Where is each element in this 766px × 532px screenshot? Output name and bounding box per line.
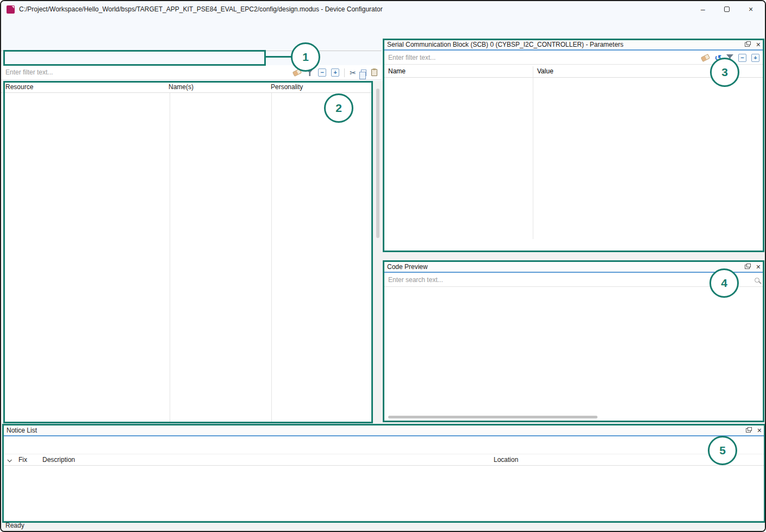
maximize-icon	[724, 7, 730, 12]
copy-icon[interactable]	[361, 70, 366, 76]
close-button[interactable]: ×	[739, 1, 763, 17]
peripherals-filter-row: − + ✂	[1, 65, 382, 80]
code-horizontal-scrollbar[interactable]	[388, 416, 597, 418]
collapse-all-button[interactable]: −	[318, 68, 326, 77]
minimize-button[interactable]: –	[691, 1, 715, 17]
app-icon	[7, 5, 15, 14]
device-configurator-window: C:/Project/Workspace/Hello_World/bsps/TA…	[0, 0, 766, 532]
col-name[interactable]: Name	[384, 67, 533, 75]
parameters-panel-title: Serial Communication Block (SCB) 0 (CYBS…	[387, 41, 624, 48]
notice-list-header: Notice List ×	[3, 425, 765, 436]
col-description[interactable]: Description	[42, 456, 494, 464]
clear-filter-icon[interactable]	[292, 68, 302, 77]
parameters-panel: Serial Communication Block (SCB) 0 (CYBS…	[383, 39, 764, 252]
notice-table-header: Fix Description Location	[3, 454, 765, 466]
sort-chevron-icon[interactable]	[3, 456, 18, 464]
status-text: Ready	[5, 522, 24, 529]
scrollbar-thumb[interactable]	[376, 89, 379, 238]
toolbar-separator	[344, 68, 345, 77]
expand-all-button[interactable]: +	[331, 68, 339, 77]
close-panel-icon[interactable]: ×	[756, 41, 761, 48]
clear-filter-icon[interactable]	[701, 54, 710, 62]
search-icon[interactable]	[755, 278, 759, 283]
col-fix[interactable]: Fix	[18, 456, 42, 464]
parameters-panel-header: Serial Communication Block (SCB) 0 (CYBS…	[384, 39, 764, 51]
col-resource[interactable]: Resource	[1, 83, 165, 91]
window-controls: – ×	[691, 1, 763, 17]
close-panel-icon[interactable]: ×	[756, 263, 761, 271]
float-panel-icon[interactable]	[745, 42, 750, 47]
window-title: C:/Project/Workspace/Hello_World/bsps/TA…	[19, 5, 383, 13]
filter-icon[interactable]	[726, 54, 733, 61]
code-search-input[interactable]	[384, 276, 612, 284]
collapse-all-button[interactable]: −	[738, 54, 746, 62]
column-divider[interactable]	[533, 66, 533, 239]
col-location[interactable]: Location	[494, 456, 765, 464]
float-panel-icon[interactable]	[746, 428, 751, 433]
notice-filter-buttons	[3, 436, 765, 454]
float-panel-icon[interactable]	[745, 265, 750, 269]
restore-defaults-icon[interactable]: ↺	[714, 54, 721, 62]
col-personality[interactable]: Personality	[266, 83, 303, 91]
column-divider[interactable]	[170, 81, 170, 423]
paste-icon[interactable]	[371, 69, 377, 76]
parameters-filter-row: ↺ − +	[384, 51, 764, 65]
peripherals-filter-input[interactable]	[1, 68, 229, 76]
expand-all-button[interactable]: +	[751, 54, 759, 62]
titlebar: C:/Project/Workspace/Hello_World/bsps/TA…	[1, 1, 765, 17]
peripherals-toolbar: − + ✂	[293, 65, 377, 80]
code-preview-header: Code Preview ×	[384, 261, 764, 273]
column-divider[interactable]	[271, 81, 272, 423]
notice-list-title: Notice List	[7, 427, 37, 434]
tab-underline	[1, 51, 382, 51]
code-preview-text[interactable]	[384, 287, 764, 416]
notice-list-panel: Notice List × Fix Description Location	[3, 424, 765, 521]
close-panel-icon[interactable]: ×	[757, 427, 762, 434]
peripherals-scrollbar[interactable]	[375, 81, 381, 423]
parameters-toolbar: ↺ − +	[701, 51, 759, 65]
col-names[interactable]: Name(s)	[165, 83, 266, 91]
peripherals-table-header: Resource Name(s) Personality	[1, 81, 373, 93]
status-bar: Ready	[1, 520, 765, 531]
parameters-filter-input[interactable]	[384, 54, 612, 61]
maximize-button[interactable]	[715, 1, 739, 17]
cut-icon[interactable]: ✂	[350, 68, 356, 77]
col-value[interactable]: Value	[533, 67, 553, 75]
code-preview-title: Code Preview	[387, 263, 428, 271]
code-preview-panel: Code Preview ×	[383, 261, 764, 422]
peripherals-table: Resource Name(s) Personality	[1, 81, 373, 423]
parameters-table-header: Name Value	[384, 65, 764, 78]
code-search-row	[384, 273, 764, 287]
filter-icon[interactable]	[306, 69, 313, 76]
